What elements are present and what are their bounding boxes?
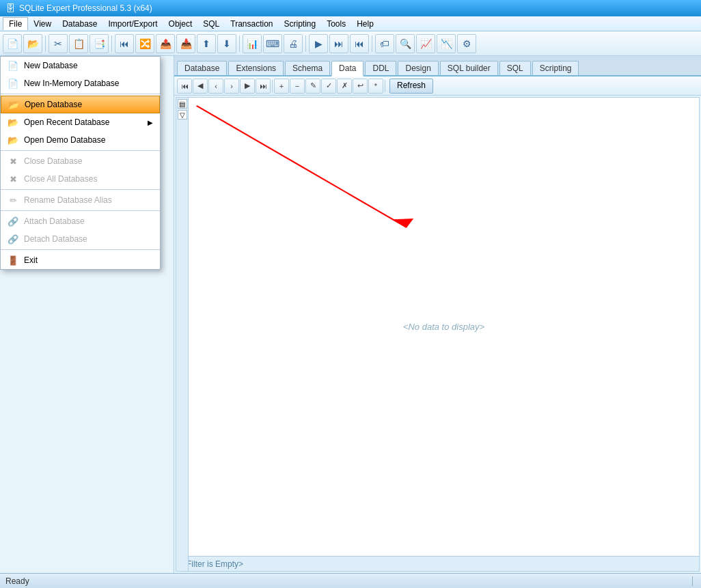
remove-row-btn[interactable]: − [290,79,305,94]
menu-object[interactable]: Object [163,18,198,30]
toolbar-sep-4 [305,36,306,52]
toolbar-btn-15[interactable]: ▶ [309,34,328,53]
right-panel: Database Extensions Schema Data DDL Desi… [174,56,701,573]
toolbar-btn-8[interactable]: 📤 [156,34,175,53]
edit-btn[interactable]: ✎ [305,79,320,94]
menu-transaction[interactable]: Transaction [225,18,278,30]
toolbar-btn-20[interactable]: 📈 [416,34,435,53]
menu-item-open-demo[interactable]: 📂 Open Demo Database [1,131,160,149]
menu-help[interactable]: Help [351,18,379,30]
close-all-label: Close All Databases [24,174,97,184]
menu-database[interactable]: Database [57,18,102,30]
close-database-icon: ✖ [8,156,18,167]
nav-last-btn[interactable]: ⏭ [256,79,271,94]
side-indicator: ▤ ▽ [176,98,189,571]
dropdown-sep-4 [1,210,160,211]
toolbar-btn-22[interactable]: ⚙ [457,34,476,53]
attach-database-label: Attach Database [24,216,85,226]
toolbar-btn-18[interactable]: 🏷 [375,34,394,53]
tab-schema[interactable]: Schema [285,61,330,75]
menu-item-open-recent[interactable]: 📂 Open Recent Database ▶ [1,113,160,131]
menu-item-exit[interactable]: 🚪 Exit [1,251,160,269]
toolbar-sep-1 [45,36,46,52]
menu-item-rename-alias: ✏ Rename Database Alias [1,191,160,209]
close-all-icon: ✖ [8,173,18,184]
dropdown-menu: 📄 New Database 📄 New In-Memory Database … [0,56,161,270]
toolbar-sep-2 [111,36,112,52]
nav-step-prev-btn[interactable]: ‹ [208,79,223,94]
toolbar-btn-4[interactable]: 📋 [69,34,88,53]
exit-icon: 🚪 [8,255,18,266]
tab-database[interactable]: Database [177,61,227,75]
left-panel: 📄 New Database 📄 New In-Memory Database … [0,56,174,573]
toolbar-btn-1[interactable]: 📄 [3,34,22,53]
toolbar-btn-3[interactable]: ✂ [49,34,68,53]
toolbar-btn-5[interactable]: 📑 [90,34,109,53]
rename-alias-label: Rename Database Alias [24,195,112,205]
menu-import-export[interactable]: Import/Export [103,18,163,30]
content-area: ▤ ▽ <No data to display> <Filter is Empt… [176,97,700,572]
new-database-label: New Database [24,61,78,70]
toolbar-btn-6[interactable]: ⏮ [115,34,134,53]
toolbar-btn-11[interactable]: ⬇ [217,34,236,53]
toolbar-btn-7[interactable]: 🔀 [135,34,154,53]
toolbar-btn-2[interactable]: 📂 [23,34,42,53]
undo-btn[interactable]: ↩ [353,79,368,94]
menu-sql[interactable]: SQL [197,18,225,30]
refresh-button[interactable]: Refresh [389,79,433,94]
app-title: SQLite Expert Professional 5.3 (x64) [19,3,152,13]
open-recent-icon: 📂 [8,117,18,128]
menu-bar: File View Database Import/Export Object … [0,16,701,31]
toolbar-btn-17[interactable]: ⏮ [350,34,369,53]
toolbar-btn-10[interactable]: ⬆ [197,34,216,53]
nav-next-btn[interactable]: ▶ [240,79,255,94]
exit-label: Exit [24,255,38,265]
menu-item-open-database[interactable]: 📂 Open Database [1,96,160,113]
status-text: Ready [5,576,689,586]
menu-item-detach-database: 🔗 Detach Database [1,230,160,248]
toolbar-btn-9[interactable]: 📥 [176,34,195,53]
status-divider [692,576,693,586]
nav-first-btn[interactable]: ⏮ [177,79,192,94]
tab-data[interactable]: Data [331,61,363,76]
new-database-icon: 📄 [8,60,18,71]
add-row-btn[interactable]: + [274,79,289,94]
menu-tools[interactable]: Tools [321,18,351,30]
nav-step-next-btn[interactable]: › [224,79,239,94]
dropdown-sep-5 [1,249,160,250]
open-recent-label: Open Recent Database [24,117,109,127]
menu-item-attach-database: 🔗 Attach Database [1,212,160,230]
title-bar: 🗄 SQLite Expert Professional 5.3 (x64) [0,0,701,16]
menu-item-new-in-memory[interactable]: 📄 New In-Memory Database [1,74,160,92]
check-btn[interactable]: ✓ [321,79,336,94]
tab-ddl[interactable]: DDL [365,61,396,75]
toolbar-btn-12[interactable]: 📊 [243,34,262,53]
toolbar-btn-13[interactable]: ⌨ [263,34,282,53]
tab-scripting[interactable]: Scripting [532,61,579,75]
nav-prev-btn[interactable]: ◀ [193,79,208,94]
menu-item-new-database[interactable]: 📄 New Database [1,57,160,74]
side-dot-1: ▤ [178,99,187,109]
new-in-memory-icon: 📄 [8,78,18,89]
main-layout: 📄 New Database 📄 New In-Memory Database … [0,56,701,573]
filter-text: <Filter is Empty> [182,559,243,569]
tab-extensions[interactable]: Extensions [228,61,284,75]
tab-sql[interactable]: SQL [499,61,531,75]
new-in-memory-label: New In-Memory Database [24,79,119,88]
menu-view[interactable]: View [28,18,57,30]
tab-design[interactable]: Design [398,61,438,75]
toolbar-btn-19[interactable]: 🔍 [396,34,415,53]
menu-file[interactable]: File [3,17,28,30]
toolbar-btn-16[interactable]: ⏭ [329,34,348,53]
tab-sql-builder[interactable]: SQL builder [440,61,498,75]
cancel-btn[interactable]: ✗ [337,79,352,94]
menu-scripting[interactable]: Scripting [279,18,322,30]
detach-database-label: Detach Database [24,234,87,244]
data-sep-1 [272,80,273,92]
status-bar: Ready [0,573,701,588]
tab-bar: Database Extensions Schema Data DDL Desi… [174,56,701,76]
toolbar-btn-21[interactable]: 📉 [437,34,456,53]
side-dot-2: ▽ [178,110,187,120]
toolbar-btn-14[interactable]: 🖨 [284,34,303,53]
all-btn[interactable]: * [368,79,383,94]
